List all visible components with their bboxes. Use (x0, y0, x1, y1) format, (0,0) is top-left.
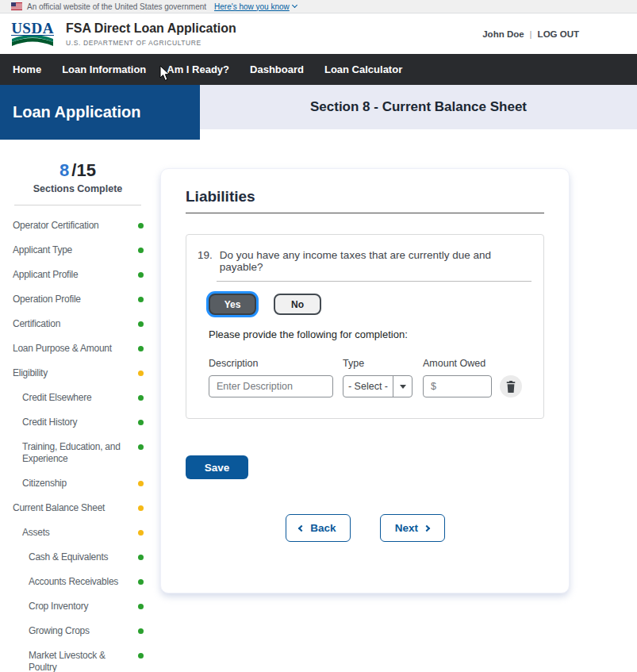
no-button[interactable]: No (274, 294, 321, 315)
sidebar-item[interactable]: Applicant Type (0, 238, 155, 263)
nav-item-loan-information[interactable]: Loan Information (62, 63, 146, 75)
nav-item-home[interactable]: Home (13, 63, 41, 75)
app-title-block: FSA Direct Loan Application U.S. DEPARTM… (66, 21, 236, 47)
sidebar-item[interactable]: Certification (0, 312, 155, 336)
status-dot (138, 505, 144, 511)
description-label: Description (209, 358, 333, 369)
us-flag-icon (11, 2, 22, 10)
completion-helper-text: Please provide the following for complet… (209, 328, 531, 340)
sidebar-item[interactable]: Loan Purpose & Amount (0, 336, 155, 361)
nav-item-loan-calculator[interactable]: Loan Calculator (324, 63, 402, 75)
gov-banner: An official website of the United States… (0, 0, 637, 13)
status-dot (138, 555, 144, 560)
sidebar-divider (14, 205, 141, 205)
page-title-box: Loan Application (0, 85, 200, 140)
status-dot (138, 420, 144, 425)
chevron-left-icon (298, 524, 305, 531)
back-button[interactable]: Back (286, 514, 351, 542)
sidebar-item[interactable]: Operation Profile (0, 287, 155, 312)
status-dot (138, 395, 144, 401)
status-dot (138, 530, 144, 536)
yes-button[interactable]: Yes (209, 294, 256, 315)
sidebar-section-list: Operator CertificationApplicant TypeAppl… (0, 213, 155, 672)
sidebar-item[interactable]: Assets (0, 520, 155, 545)
delete-row-button[interactable] (500, 375, 522, 397)
sidebar-item-label: Certification (13, 318, 132, 330)
hero: Loan Application Section 8 - Current Bal… (0, 85, 637, 140)
sidebar-item[interactable]: Accounts Receivables (0, 570, 155, 594)
sidebar-item-label: Assets (22, 527, 132, 539)
usda-logo: USDA (11, 21, 54, 46)
sidebar-item-label: Operation Profile (13, 294, 132, 305)
user-separator: | (530, 29, 532, 39)
question-row: 19. Do you have any income taxes that ar… (198, 249, 531, 273)
card-title-rule (186, 213, 544, 213)
app-title: FSA Direct Loan Application (66, 21, 236, 36)
sidebar-item-label: Operator Certification (13, 220, 132, 232)
sidebar-item[interactable]: Market Livestock & Poultry (0, 643, 155, 672)
sidebar-item-label: Applicant Type (13, 244, 132, 256)
progress-count: 8/15 (0, 160, 155, 181)
status-dot (138, 272, 144, 278)
sidebar-item[interactable]: Operator Certification (0, 213, 155, 238)
amount-owed-field: Amount Owed (423, 358, 492, 397)
type-field: Type - Select - (343, 358, 413, 397)
sidebar-item[interactable]: Crop Inventory (0, 594, 155, 619)
description-input[interactable] (209, 375, 333, 397)
sidebar-item[interactable]: Credit Elsewhere (0, 386, 155, 410)
sidebar-item-label: Cash & Equivalents (29, 551, 132, 563)
status-dot (138, 628, 144, 634)
liability-entry-row: Description Type - Select - Amount Owed (209, 358, 531, 397)
department-subtitle: U.S. DEPARTMENT OF AGRICULTURE (66, 39, 236, 47)
question-box: 19. Do you have any income taxes that ar… (186, 234, 544, 419)
sidebar-item[interactable]: Citizenship (0, 471, 155, 496)
banner-link[interactable]: Here's how you know (214, 2, 297, 11)
save-button[interactable]: Save (186, 455, 248, 479)
progress-indicator: 8/15 Sections Complete (0, 160, 155, 194)
sidebar-item-label: Credit History (22, 417, 132, 428)
sidebar-item-label: Crop Inventory (29, 601, 132, 612)
sidebar-item[interactable]: Eligibility (0, 361, 155, 386)
sidebar-item[interactable]: Credit History (0, 410, 155, 435)
logout-link[interactable]: LOG OUT (538, 29, 579, 39)
amount-owed-label: Amount Owed (423, 358, 492, 369)
progress-total: /15 (71, 160, 96, 180)
card-title: Liabilities (186, 188, 544, 205)
sidebar-item[interactable]: Growing Crops (0, 619, 155, 643)
next-button[interactable]: Next (380, 514, 445, 542)
nav-item-am-i-ready[interactable]: Am I Ready? (167, 63, 229, 75)
sidebar-item[interactable]: Cash & Equivalents (0, 545, 155, 570)
sidebar-item[interactable]: Training, Education, and Experience (0, 435, 155, 471)
pagination-buttons: Back Next (186, 514, 544, 542)
yes-no-row: Yes No (209, 294, 531, 315)
status-dot (138, 444, 144, 450)
description-field: Description (209, 358, 333, 397)
usda-logo-text: USDA (11, 21, 54, 36)
type-select[interactable]: - Select - (343, 375, 413, 397)
usda-swoosh-icon (12, 36, 53, 46)
status-dot (138, 579, 144, 585)
sidebar-item[interactable]: Applicant Profile (0, 263, 155, 287)
sidebar: 8/15 Sections Complete Operator Certific… (0, 140, 155, 672)
sidebar-item-label: Accounts Receivables (29, 576, 132, 588)
nav-item-dashboard[interactable]: Dashboard (250, 63, 304, 75)
chevron-down-icon (292, 2, 297, 8)
status-dot (138, 223, 144, 228)
sidebar-item-label: Market Livestock & Poultry (29, 650, 132, 672)
status-dot (138, 321, 144, 327)
sidebar-item[interactable]: Current Balance Sheet (0, 496, 155, 520)
liabilities-card: Liabilities 19. Do you have any income t… (160, 168, 570, 593)
main-nav: HomeLoan InformationAm I Ready?Dashboard… (0, 54, 637, 85)
question-content: Yes No Please provide the following for … (209, 294, 531, 397)
caret-down-icon (400, 385, 406, 389)
page: An official website of the United States… (0, 0, 637, 672)
status-dot (138, 481, 144, 486)
status-dot (138, 653, 144, 659)
progress-label: Sections Complete (0, 183, 155, 194)
sidebar-item-label: Loan Purpose & Amount (13, 343, 132, 355)
amount-owed-input[interactable] (423, 375, 492, 397)
user-name: John Doe (482, 29, 524, 39)
status-dot (138, 346, 144, 351)
section-title-bar: Section 8 - Current Balance Sheet (200, 85, 637, 129)
section-title: Section 8 - Current Balance Sheet (310, 99, 527, 115)
